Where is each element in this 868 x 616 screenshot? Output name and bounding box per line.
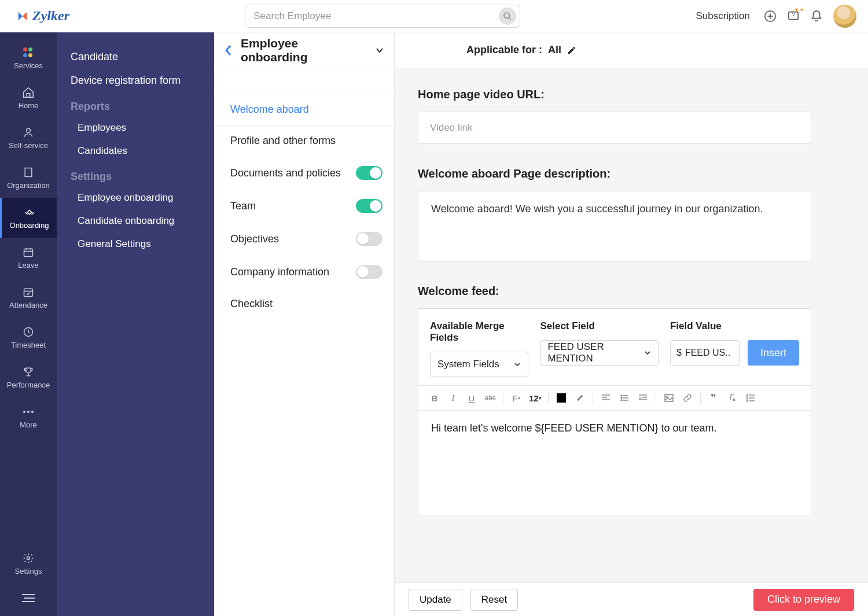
help-icon[interactable]: ? ✦✦	[787, 10, 800, 23]
nav-secondary: Candidate Device registration form Repor…	[57, 32, 214, 616]
dollar-icon: $	[676, 348, 682, 358]
highlight-button[interactable]	[572, 390, 588, 406]
dots-icon	[22, 405, 35, 418]
home-icon	[22, 86, 35, 99]
quote-button[interactable]: ❞	[705, 390, 722, 406]
user-avatar[interactable]	[833, 5, 856, 28]
svg-rect-9	[25, 168, 32, 177]
nav-more[interactable]: More	[0, 397, 57, 437]
font-button[interactable]: F▾	[508, 390, 524, 406]
outdent-button[interactable]	[635, 390, 651, 406]
bold-button[interactable]: B	[426, 390, 443, 406]
search-input[interactable]	[253, 10, 499, 22]
main-area: Applicable for :All Home page video URL:…	[395, 32, 868, 616]
nav-timesheet[interactable]: Timesheet	[0, 318, 57, 357]
feed-text-input[interactable]: Hi team let's welcome ${FEED USER MENTIO…	[418, 411, 811, 515]
svg-point-25	[23, 411, 25, 413]
field-value-label: Field Value	[670, 320, 799, 332]
welcome-feed-label: Welcome feed:	[418, 285, 845, 298]
menu-icon	[22, 592, 35, 604]
calendar-icon	[22, 246, 35, 259]
video-url-input[interactable]	[418, 112, 811, 144]
tab-objectives[interactable]: Objectives	[214, 223, 394, 256]
nav-services[interactable]: Services	[0, 38, 57, 78]
toggle-company[interactable]	[356, 265, 382, 279]
merge-fields-select[interactable]: System Fields	[430, 352, 528, 377]
nav-leave[interactable]: Leave	[0, 238, 57, 278]
line-height-button[interactable]	[742, 390, 759, 406]
svg-point-26	[27, 411, 30, 413]
select-field-label: Select Field	[540, 320, 659, 332]
nav-organization[interactable]: Organization	[0, 158, 57, 198]
back-button[interactable]	[225, 45, 233, 56]
nav-collapse[interactable]	[0, 584, 57, 616]
tab-profile-forms[interactable]: Profile and other forms	[214, 126, 394, 157]
nav-home[interactable]: Home	[0, 78, 57, 118]
nav-performance[interactable]: Performance	[0, 357, 57, 397]
subscription-link[interactable]: Subscription	[696, 10, 750, 22]
svg-point-37	[621, 397, 622, 399]
add-icon[interactable]	[764, 10, 777, 23]
nav-candidates[interactable]: Candidates	[71, 139, 214, 163]
services-icon	[22, 46, 35, 59]
chevron-down-icon	[514, 362, 521, 367]
nav-candidate-onboarding[interactable]: Candidate onboarding	[71, 209, 214, 233]
search-button[interactable]	[499, 8, 516, 25]
applicable-value: All	[548, 44, 561, 56]
nav-rail: Services Home Self-service Organization …	[0, 32, 57, 616]
tab-documents-policies[interactable]: Documents and policies	[214, 157, 394, 190]
editor-toolbar: B I U abc F▾ 12▾	[418, 385, 811, 411]
nav-employee-onboarding[interactable]: Employee onboarding	[71, 186, 214, 209]
font-size-button[interactable]: 12▾	[527, 390, 543, 406]
page-description-label: Welcome aboard Page description:	[418, 167, 845, 180]
insert-button[interactable]: Insert	[748, 340, 799, 366]
strike-button[interactable]: abc	[482, 390, 498, 406]
tab-checklist[interactable]: Checklist	[214, 289, 394, 320]
align-button[interactable]	[598, 390, 614, 406]
nav-self-service[interactable]: Self-service	[0, 118, 57, 158]
reset-button[interactable]: Reset	[470, 589, 518, 611]
person-icon	[22, 126, 35, 139]
nav-employees[interactable]: Employees	[71, 116, 214, 139]
settings-title: Employee onboarding	[241, 36, 367, 64]
image-button[interactable]	[661, 390, 677, 406]
tab-team[interactable]: Team	[214, 190, 394, 223]
handshake-icon	[23, 206, 36, 219]
text-color-button[interactable]	[553, 390, 569, 406]
video-url-label: Home page video URL:	[418, 88, 845, 101]
toggle-objectives[interactable]	[356, 232, 382, 246]
select-field-select[interactable]: FEED USER MENTION	[540, 340, 659, 366]
nav-settings[interactable]: Settings	[0, 544, 57, 584]
chevron-down-icon[interactable]	[376, 47, 384, 53]
tab-welcome-aboard[interactable]: Welcome aboard	[214, 94, 394, 126]
feed-editor: Available Merge Fields System Fields Sel…	[418, 308, 811, 515]
svg-line-1	[509, 17, 511, 20]
nav-candidate[interactable]: Candidate	[71, 45, 214, 69]
toggle-documents[interactable]	[356, 166, 382, 180]
update-button[interactable]: Update	[409, 589, 462, 611]
sparkle-icon: ✦✦	[794, 6, 804, 14]
nav-onboarding[interactable]: Onboarding	[0, 198, 57, 238]
bell-icon[interactable]	[810, 10, 823, 23]
field-value-display: $ FEED US..	[670, 340, 740, 366]
nav-general-settings[interactable]: General Settings	[71, 233, 214, 256]
svg-point-39	[621, 400, 622, 401]
nav-attendance[interactable]: Attendance	[0, 278, 57, 318]
page-description-input[interactable]: Welcome aboard! We wish you a successful…	[418, 191, 811, 261]
nav-device-registration[interactable]: Device registration form	[71, 69, 214, 93]
edit-applicable-icon[interactable]	[567, 46, 576, 55]
svg-point-45	[666, 396, 668, 398]
link-button[interactable]	[679, 390, 696, 406]
search-box	[245, 5, 520, 28]
tab-company-info[interactable]: Company information	[214, 256, 394, 289]
toggle-team[interactable]	[356, 199, 382, 213]
list-button[interactable]	[616, 390, 632, 406]
italic-button[interactable]: I	[445, 390, 461, 406]
settings-panel: Employee onboarding Welcome aboard Profi…	[214, 32, 395, 616]
clear-format-button[interactable]	[724, 390, 740, 406]
underline-button[interactable]: U	[464, 390, 480, 406]
brand-logo[interactable]: Zylker	[16, 8, 69, 24]
preview-button[interactable]: Click to preview	[753, 589, 854, 611]
nav-section-reports: Reports	[71, 93, 214, 116]
gear-icon	[22, 552, 35, 565]
